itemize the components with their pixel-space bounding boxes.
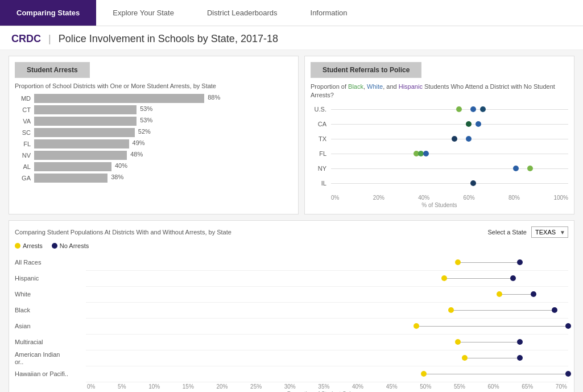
bar-label: MD [15,95,31,102]
dot-marker [423,151,429,156]
page-subtitle: Police Involvement in Schools by State, … [59,33,278,44]
right-tab-bar: Student Referrals to Police [311,62,568,78]
dot-marker [466,121,472,127]
bottom-chart-row [86,350,568,366]
x-tick: 0% [87,383,95,390]
top-row: Student Arrests Proportion of School Dis… [9,56,574,214]
no-arrest-dot [517,355,523,361]
bar-row-sc: SC52% [15,128,270,137]
x-tick-0: 0% [331,195,339,201]
bottom-panel: Comparing Student Populations At Distric… [9,220,574,392]
arrest-dot [455,339,461,345]
bar-fill: 53% [34,117,137,126]
dot-row-label: IL [311,180,326,187]
dot-marker [466,136,472,142]
bar-container: 53% [34,117,228,126]
bar-row-ct: CT53% [15,105,270,114]
left-chart-title: Proportion of School Districts with One … [15,82,292,89]
bar-fill: 49% [34,139,129,148]
bar-label: CT [15,106,31,113]
right-chart-title: Proportion of Black, White, and Hispanic… [311,82,568,100]
tab-student-referrals[interactable]: Student Referrals to Police [311,62,421,78]
dot-row-fl: FL [311,149,568,158]
bottom-row-label: American Indianor.. [15,350,86,366]
no-arrest-dot [565,371,571,377]
nav-bar: Comparing States Explore Your State Dist… [0,0,583,26]
nav-item-district-leaderboards[interactable]: District Leaderboards [191,0,294,26]
x-tick: 55% [454,383,465,390]
x-tick-20: 20% [373,195,384,201]
bar-row-fl: FL49% [15,139,270,148]
dot-line-area [331,105,568,114]
bar-label: AL [15,163,31,170]
bar-fill: 53% [34,105,137,114]
legend-arrests: Arrests [15,242,43,249]
dot-marker [480,106,486,112]
x-tick: 65% [522,383,533,390]
main-content: Student Arrests Proportion of School Dis… [0,50,583,392]
bar-container: 38% [34,174,228,183]
dot-line-area [331,134,568,143]
bottom-chart-row [86,319,568,335]
nav-item-explore-your-state[interactable]: Explore Your State [96,0,191,26]
bottom-row-label: Asian [15,319,86,335]
x-tick-100: 100% [553,195,568,201]
arrest-dot [421,371,427,377]
dot-axis-line [331,183,568,184]
bar-pct-label: 52% [138,128,151,135]
dot-axis-line [331,154,568,154]
legend-dot-arrests [15,243,20,249]
chart-legend: Arrests No Arrests [15,242,568,249]
x-tick-80: 80% [508,195,520,201]
bar-row-va: VA53% [15,117,270,126]
arrest-dot [455,259,461,265]
bar-container: 52% [34,128,228,137]
left-panel: Student Arrests Proportion of School Dis… [9,56,299,214]
dot-marker [513,166,519,171]
bar-label: NV [15,152,31,159]
bottom-chart-row [86,303,568,319]
state-select[interactable]: TEXAS [531,226,568,238]
bar-container: 49% [34,139,228,148]
bar-label: VA [15,118,31,125]
h-line [458,262,520,263]
bar-pct-label: 88% [208,94,220,101]
bar-container: 88% [34,94,228,103]
dot-marker [470,180,476,186]
dot-row-us: U.S. [311,105,568,114]
bottom-chart-plot: 0%5%10%15%20%25%30%35%40%45%50%55%60%65%… [86,255,568,392]
dot-line-area [331,179,568,188]
state-select-wrapper[interactable]: TEXAS ▼ [531,226,568,238]
bar-container: 53% [34,105,228,114]
state-select-label: Select a State [488,229,527,236]
bar-pct-label: 40% [115,162,127,169]
nav-item-information[interactable]: Information [294,0,364,26]
bottom-row-labels: All RacesHispanicWhiteBlackAsianMultirac… [15,255,86,392]
arrest-dot [497,291,502,297]
h-line [465,358,520,358]
dot-row-tx: TX [311,134,568,143]
x-tick: 20% [216,383,228,390]
bottom-row-label: White [15,287,86,303]
arrest-dot [462,355,468,361]
legend-no-arrests: No Arrests [52,242,89,249]
bar-label: SC [15,129,31,136]
h-line [451,310,555,311]
no-arrest-dot [565,323,571,329]
bottom-row-label: All Races [15,255,86,271]
bar-pct-label: 38% [111,174,123,180]
nav-item-comparing-states[interactable]: Comparing States [0,0,96,26]
dot-line-area [331,119,568,129]
tab-student-arrests[interactable]: Student Arrests [15,62,90,78]
dot-axis-line [331,124,568,125]
x-tick: 50% [420,383,431,390]
bottom-chart-row [86,366,568,382]
dot-line-area [331,149,568,158]
dot-row-label: NY [311,165,326,172]
x-tick-60: 60% [464,195,475,201]
no-arrest-dot [510,275,516,281]
bottom-row-label: Hawaiian or Pacifi.. [15,366,86,382]
black-label: Black [348,83,363,90]
tab-bar: Student Arrests [15,62,292,78]
bar-pct-label: 53% [140,117,152,123]
